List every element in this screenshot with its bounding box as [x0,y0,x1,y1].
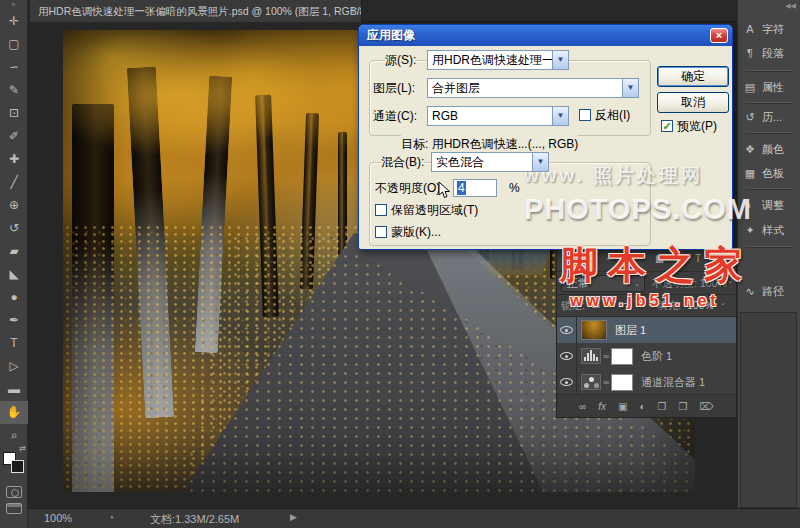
preview-checkbox[interactable]: ✓ [661,120,673,132]
tool-eyedropper[interactable]: ✐ [0,125,28,148]
dialog-close-button[interactable]: × [710,28,728,43]
background-color-swatch[interactable] [11,460,24,473]
quick-mask-button[interactable] [6,486,22,498]
levels-adjustment-icon[interactable] [581,348,601,364]
filter-caret-icon: ⌄ [605,253,612,262]
tool-lasso[interactable]: ∽ [0,56,28,79]
new-adjustment-icon[interactable]: ◐ [639,401,645,412]
lock-all-icon[interactable]: ⌂ [639,298,645,309]
dock-item-character[interactable]: A 字符 [738,18,800,40]
dock-item-styles[interactable]: ✦ 样式 [738,219,800,241]
tool-crop[interactable]: ⊡ [0,102,28,125]
layer-dropdown[interactable]: 合并图层 ▼ [427,78,639,98]
blend-dropdown-arrow-icon[interactable]: ▼ [532,153,548,171]
fill-value[interactable]: 100% [687,299,714,311]
channel-dropdown-arrow-icon[interactable]: ▼ [552,107,568,125]
blend-dropdown[interactable]: 实色混合 ▼ [431,152,549,172]
tool-move[interactable]: ✛ [0,10,28,33]
tool-brush[interactable]: ╱ [0,171,28,194]
tool-clone-stamp[interactable]: ⊕ [0,194,28,217]
dialog-title-bar[interactable]: 应用图像 [359,25,732,46]
tool-pen[interactable]: ✒ [0,309,28,332]
dock-item-swatches[interactable]: ▦ 色板 [738,162,800,184]
layer-row-channel-mixer1[interactable]: ∞ 通道混合器 1 [557,369,736,395]
dock-collapse-icon[interactable]: ◀◀ [785,2,796,10]
delete-layer-icon[interactable]: ⌦ [699,401,713,412]
tool-eraser[interactable]: ▰ [0,240,28,263]
zoom-level[interactable]: 100% [44,512,72,524]
tool-shape[interactable]: ▬ [0,378,28,401]
layer-opacity-value[interactable]: 100% [700,277,727,289]
layer-name[interactable]: 色阶 1 [641,349,672,364]
layer-row-levels1[interactable]: ∞ 色阶 1 [557,343,736,369]
source-dropdown-arrow-icon[interactable]: ▼ [552,51,568,69]
layer-row-layer1[interactable]: 图层 1 [557,317,736,343]
document-tab-title: 用HDR色调快速处理一张偏暗的风景照片.psd @ 100% (图层 1, RG… [38,5,362,17]
preserve-transparency-checkbox[interactable] [375,204,387,216]
cancel-button[interactable]: 取消 [657,92,729,113]
mask-checkbox[interactable] [375,226,387,238]
layer-name[interactable]: 通道混合器 1 [641,375,705,390]
lock-position-icon[interactable]: ✛ [623,298,631,309]
invert-checkbox[interactable] [579,109,591,121]
dock-label: 段落 [762,46,784,61]
mask-link-icon: ∞ [601,378,611,387]
layer-mask-thumbnail[interactable] [611,374,633,391]
tool-healing-brush[interactable]: ✚ [0,148,28,171]
dock-item-properties[interactable]: ▤ 属性 [738,76,800,98]
layer-mask-thumbnail[interactable] [611,348,633,365]
visibility-toggle[interactable] [557,343,577,369]
lock-pixels-icon[interactable]: ✎ [607,298,615,309]
dock-separator [746,246,792,247]
layer-dropdown-arrow-icon[interactable]: ▼ [622,79,638,97]
dock-item-color[interactable]: ❖ 颜色 [738,138,800,160]
filter-adjustment-icon[interactable]: ◐ [675,253,681,264]
layer-style-icon[interactable]: fx [598,401,606,412]
lock-transparent-icon[interactable]: ▦ [591,298,600,309]
tool-history-brush[interactable]: ↺ [0,217,28,240]
channel-dropdown[interactable]: RGB ▼ [427,106,569,126]
new-layer-icon[interactable]: ❐ [678,401,687,412]
screen-mode-button[interactable] [6,503,22,514]
invert-label: 反相(I) [595,108,630,122]
filter-text-icon[interactable]: T [695,253,701,264]
eye-icon [560,326,573,334]
tool-quick-selection[interactable]: ✎ [0,79,28,102]
dock-label: 路径 [762,284,784,299]
new-group-icon[interactable]: ❒ [657,401,666,412]
status-menu-arrow-icon[interactable]: ▶ [290,512,297,522]
opacity-caret-icon[interactable]: ⌄ [727,277,733,285]
document-tab[interactable]: 用HDR色调快速处理一张偏暗的风景照片.psd @ 100% (图层 1, RG… [30,0,362,22]
link-layers-icon[interactable]: ∞ [579,401,586,412]
tool-type[interactable]: T [0,332,28,355]
dock-item-adjustments[interactable]: ◐ 调整 [738,194,800,216]
ok-button[interactable]: 确定 [657,66,729,87]
tool-hand[interactable]: ✋ [0,401,28,424]
lock-row: 锁定: ▦ ✎ ✛ ⌂ 填充: 100% ⌄ [557,295,736,317]
add-mask-icon[interactable]: ▣ [618,401,627,412]
layer-name[interactable]: 图层 1 [615,323,646,338]
visibility-toggle[interactable] [557,369,577,395]
tool-blur[interactable]: ● [0,286,28,309]
visibility-toggle[interactable] [557,317,577,343]
toolbar-collapse-icon[interactable]: » [0,0,27,10]
filter-pixel-icon[interactable]: ▩ [655,253,664,264]
blend-mode-value: 正常 [567,277,589,289]
dock-item-paragraph[interactable]: ¶ 段落 [738,42,800,64]
blend-mode-dropdown[interactable]: 正常 ⌄ [561,275,645,292]
blend-label: 混合(B): [381,152,424,172]
dock-item-paths[interactable]: ∿ 路径 [738,280,800,302]
tool-gradient[interactable]: ◣ [0,263,28,286]
channel-mixer-adjustment-icon[interactable] [581,374,601,390]
tool-path-selection[interactable]: ▷ [0,355,28,378]
filter-type-dropdown[interactable]: 类型 [576,253,598,268]
opacity-input[interactable]: 4 [453,179,497,197]
layer1-thumbnail[interactable] [581,320,607,340]
swap-colors-icon[interactable]: ⇄ [19,444,26,453]
source-dropdown[interactable]: 用HDR色调快速处理一张... ▼ [427,50,569,70]
history-icon: ↺ [738,111,762,124]
tab-close-icon[interactable]: × [351,0,358,22]
fill-caret-icon[interactable]: ⌄ [720,299,726,307]
dock-item-history[interactable]: ↺ 历... [738,106,800,128]
tool-rect-marquee[interactable]: ▢ [0,33,28,56]
